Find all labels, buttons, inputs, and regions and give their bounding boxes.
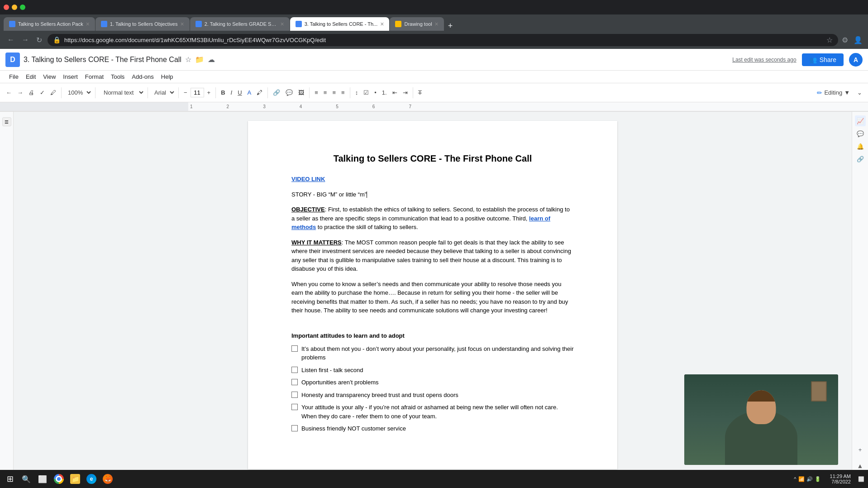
checkbox-4[interactable]: [291, 392, 298, 398]
taskbar-time-display[interactable]: 11:29 AM 7/8/2022: [826, 474, 854, 478]
checkbox-6[interactable]: [291, 425, 298, 431]
file-explorer-icon: 📁: [70, 474, 80, 478]
start-button[interactable]: ⊞: [2, 471, 18, 478]
bullet-list-button[interactable]: •: [372, 88, 379, 97]
tab-close-2[interactable]: ×: [180, 20, 184, 28]
expand-sidebar-btn[interactable]: +: [855, 444, 866, 455]
folder-icon[interactable]: 📁: [195, 55, 204, 64]
document-title[interactable]: 3. Talking to Sellers CORE - The First P…: [24, 56, 181, 64]
font-size-input[interactable]: [191, 88, 204, 97]
pencil-icon: ✏: [817, 89, 822, 96]
taskbar-firefox[interactable]: 🦊: [100, 471, 116, 478]
menu-format[interactable]: Format: [81, 72, 107, 82]
tab-close-1[interactable]: ×: [86, 20, 90, 28]
expand-button[interactable]: ⌄: [855, 88, 864, 97]
align-justify-button[interactable]: ≡: [339, 88, 347, 97]
italic-button[interactable]: I: [229, 88, 235, 97]
checkbox-5[interactable]: [291, 404, 298, 410]
line-spacing-button[interactable]: ↕: [353, 88, 361, 97]
extensions-icon[interactable]: ⚙: [842, 36, 848, 44]
tab-close-3[interactable]: ×: [280, 20, 284, 28]
tab-close-4[interactable]: ×: [380, 20, 384, 28]
outline-toggle[interactable]: ☰: [2, 117, 11, 126]
video-link-text[interactable]: VIDEO LINK: [291, 176, 325, 182]
taskbar-edge[interactable]: e: [83, 471, 100, 478]
tray-arrow[interactable]: ^: [794, 476, 796, 478]
paragraph-style-select[interactable]: Normal text: [98, 88, 145, 97]
font-size-increase[interactable]: +: [205, 88, 213, 97]
menu-file[interactable]: File: [5, 72, 22, 82]
highlight-button[interactable]: 🖍: [254, 88, 265, 97]
tab-favicon-4: [296, 21, 302, 27]
window-close-btn[interactable]: [4, 5, 9, 10]
ordered-list-button[interactable]: 1.: [380, 88, 389, 97]
tab-close-5[interactable]: ×: [435, 20, 439, 28]
font-size-decrease[interactable]: −: [181, 88, 190, 97]
undo-button[interactable]: ←: [4, 88, 14, 97]
attitudes-title: Important attitudes to learn and to adop…: [291, 332, 574, 339]
decrease-indent-button[interactable]: ⇤: [390, 88, 400, 97]
taskbar-file-explorer[interactable]: 📁: [67, 471, 83, 478]
zoom-select[interactable]: 100%: [64, 88, 92, 97]
new-tab-button[interactable]: +: [444, 21, 457, 31]
profile-icon[interactable]: 👤: [854, 36, 863, 44]
checklist-button[interactable]: ☑: [361, 88, 371, 97]
menu-addons[interactable]: Add-ons: [128, 72, 157, 82]
text-color-button[interactable]: A: [245, 88, 254, 97]
tab-objectives[interactable]: 1. Talking to Sellers Objectives ×: [95, 17, 190, 31]
print-button[interactable]: 🖨: [26, 88, 37, 97]
tab-label-5: Drawing tool: [404, 21, 432, 27]
menu-tools[interactable]: Tools: [107, 72, 128, 82]
underline-button[interactable]: U: [235, 88, 244, 97]
chat-button[interactable]: 💬: [855, 128, 866, 139]
star-icon[interactable]: ☆: [185, 55, 191, 64]
window-controls[interactable]: [4, 5, 25, 10]
insert-link-button[interactable]: 🔗: [271, 88, 282, 97]
url-bar[interactable]: 🔒 https://docs.google.com/document/d/1wh…: [48, 34, 838, 46]
align-center-button[interactable]: ≡: [321, 88, 329, 97]
redo-button[interactable]: →: [15, 88, 25, 97]
bookmark-icon[interactable]: ☆: [826, 36, 833, 44]
menu-edit[interactable]: Edit: [22, 72, 39, 82]
comment-button[interactable]: 🔔: [855, 141, 866, 152]
user-avatar[interactable]: A: [849, 53, 863, 67]
tab-drawing[interactable]: Drawing tool ×: [390, 17, 444, 31]
taskbar-chrome[interactable]: [51, 471, 67, 478]
insert-image-button[interactable]: 🖼: [296, 88, 306, 97]
clear-formatting-button[interactable]: T̶: [416, 88, 424, 97]
links-button[interactable]: 🔗: [855, 153, 866, 164]
checkbox-3[interactable]: [291, 379, 298, 385]
toolbar: ← → 🖨 ✓ 🖊 100% Normal text Arial − + B I…: [0, 83, 868, 102]
increase-indent-button[interactable]: ⇥: [401, 88, 410, 97]
checkbox-1[interactable]: [291, 345, 298, 352]
battery-icon: 🔋: [815, 476, 821, 479]
window-maximize-btn[interactable]: [20, 5, 25, 10]
task-view-button[interactable]: ⬜: [34, 471, 51, 478]
editing-mode-selector[interactable]: ✏ Editing ▼: [813, 87, 854, 98]
forward-button[interactable]: →: [20, 35, 31, 45]
insert-comment-button[interactable]: 💬: [283, 88, 295, 97]
explore-button[interactable]: 📈: [855, 115, 866, 126]
font-select[interactable]: Arial: [151, 88, 176, 97]
window-minimize-btn[interactable]: [12, 5, 17, 10]
align-right-button[interactable]: ≡: [330, 88, 338, 97]
paint-format-button[interactable]: 🖊: [48, 88, 58, 97]
bold-button[interactable]: B: [219, 88, 227, 97]
checkbox-2[interactable]: [291, 367, 298, 373]
reload-button[interactable]: ↻: [34, 35, 44, 45]
tab-grade[interactable]: 2. Talking to Sellers GRADE SH... ×: [190, 17, 290, 31]
menu-insert[interactable]: Insert: [59, 72, 81, 82]
search-button[interactable]: 🔍: [18, 471, 34, 478]
menu-view[interactable]: View: [39, 72, 59, 82]
menu-help[interactable]: Help: [157, 72, 177, 82]
toolbar-sep-9: [413, 87, 413, 98]
spellcheck-button[interactable]: ✓: [38, 88, 47, 97]
tab-core[interactable]: 3. Talking to Sellers CORE - Th... ×: [290, 17, 390, 31]
back-button[interactable]: ←: [5, 35, 16, 45]
share-button[interactable]: 👥 Share: [802, 53, 844, 66]
tab-sellers-action-pack[interactable]: Talking to Sellers Action Pack ×: [4, 17, 95, 31]
notification-center-icon[interactable]: ⬜: [856, 476, 866, 479]
scroll-up-btn[interactable]: ▲: [857, 462, 863, 469]
align-left-button[interactable]: ≡: [312, 88, 320, 97]
tab-label-1: Talking to Sellers Action Pack: [18, 21, 83, 27]
